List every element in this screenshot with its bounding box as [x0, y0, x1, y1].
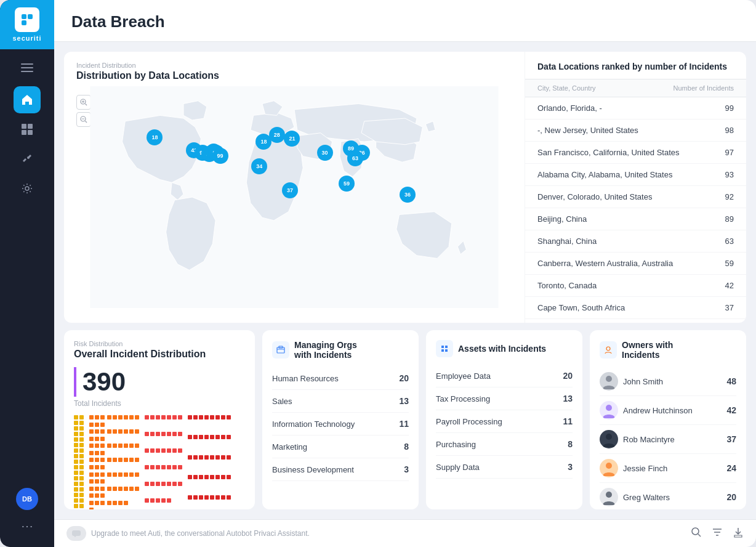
map-pin[interactable]: 28	[269, 127, 285, 143]
orgs-icon	[272, 341, 289, 359]
bottom-bar: Upgrade to meet Auti, the conversational…	[54, 519, 756, 547]
owner-avatar	[600, 372, 618, 391]
ranking-item: Toronto, Canada42	[525, 275, 746, 297]
map-pin[interactable]: 18	[147, 129, 163, 145]
risk-dot	[188, 455, 192, 460]
risk-dot	[74, 487, 78, 492]
map-pin[interactable]: 21	[284, 131, 300, 147]
map-pins: 18 42 97 92 93 98 99 18 28 21 34 30 89 2…	[76, 86, 512, 308]
export-icon[interactable]	[733, 527, 744, 541]
risk-dot	[89, 465, 94, 469]
risk-dot	[135, 458, 139, 462]
map-pin[interactable]: 99	[212, 148, 228, 164]
risk-dot	[161, 498, 166, 503]
risk-dot	[150, 498, 155, 503]
risk-dot	[129, 444, 134, 448]
risk-dot	[100, 451, 105, 455]
risk-dot	[161, 432, 166, 436]
svg-point-13	[25, 187, 29, 190]
risk-dot	[178, 415, 182, 419]
risk-dot	[95, 423, 99, 427]
page-header: Data Breach	[54, 0, 756, 42]
nav-item-tools[interactable]	[14, 145, 41, 172]
map-pin[interactable]: 63	[347, 150, 363, 166]
search-icon[interactable]	[691, 527, 702, 541]
svg-rect-27	[441, 349, 444, 352]
risk-dot	[107, 501, 111, 505]
map-pin[interactable]: 37	[282, 182, 298, 198]
org-item: Human Resources20	[272, 367, 409, 390]
assets-header: Assets with Incidents	[436, 340, 573, 357]
risk-dot	[74, 460, 78, 464]
user-avatar[interactable]: DB	[16, 488, 38, 510]
risk-dot	[74, 471, 78, 475]
risk-dot	[113, 487, 117, 491]
assets-list: Employee Data20Tax Processing13Payroll P…	[436, 365, 573, 479]
svg-rect-35	[72, 530, 81, 536]
rankings-col2: Number of Incidents	[674, 84, 734, 92]
risk-dot	[161, 482, 166, 486]
risk-dot	[89, 501, 94, 505]
owner-avatar	[600, 488, 618, 506]
risk-dot	[95, 479, 99, 484]
risk-dot	[74, 432, 78, 436]
risk-dot	[135, 415, 139, 419]
owners-section: Owners with Incidents John Smith 48 Andr…	[590, 330, 746, 509]
bottom-sections: Risk Distribution Overall Incident Distr…	[64, 330, 746, 509]
filter-icon[interactable]	[712, 527, 723, 541]
risk-dot	[74, 504, 78, 508]
risk-dot	[113, 501, 117, 505]
chat-text: Upgrade to meet Auti, the conversational…	[91, 529, 310, 538]
nav-item-grid[interactable]	[14, 116, 41, 143]
risk-dot	[89, 444, 94, 448]
risk-dot	[145, 482, 149, 486]
risk-dot	[135, 444, 139, 448]
risk-dot	[118, 487, 123, 491]
risk-dot	[100, 458, 105, 462]
map-pin[interactable]: 34	[251, 158, 267, 174]
risk-dot	[129, 429, 134, 434]
svg-rect-28	[445, 349, 448, 352]
map-pin[interactable]: 59	[339, 176, 355, 192]
risk-dot	[221, 455, 225, 460]
risk-dot	[79, 487, 84, 492]
ranking-item: Beijing, China89	[525, 208, 746, 230]
risk-dot	[145, 465, 149, 469]
risk-dot	[150, 415, 155, 419]
more-options[interactable]: ⋯	[16, 515, 38, 537]
ranking-item: Canberra, Western Australia, Australia59	[525, 253, 746, 275]
map-pin[interactable]: 30	[317, 145, 333, 161]
risk-dot	[100, 465, 105, 469]
nav-item-dashboard[interactable]	[14, 86, 41, 113]
risk-dot	[79, 476, 84, 480]
risk-dot	[156, 448, 160, 453]
risk-dot	[124, 472, 128, 477]
risk-dot	[167, 465, 171, 469]
risk-dot	[156, 498, 160, 503]
risk-dot	[95, 458, 99, 462]
risk-dot	[215, 495, 220, 500]
nav-item-settings[interactable]	[14, 175, 41, 202]
risk-dot	[199, 475, 203, 479]
risk-dot	[95, 465, 99, 469]
risk-dot	[79, 504, 84, 508]
risk-dot	[188, 475, 192, 479]
menu-toggle[interactable]	[0, 54, 54, 81]
risk-dot	[95, 415, 99, 419]
svg-rect-0	[22, 14, 26, 19]
logo-text: securiti	[12, 34, 41, 42]
map-left: Incident Distribution Distribution by Da…	[64, 52, 525, 323]
rankings-header: City, State, Country Number of Incidents	[525, 79, 746, 97]
risk-dot	[107, 444, 111, 448]
risk-section: Risk Distribution Overall Incident Distr…	[64, 330, 255, 509]
risk-dot	[204, 435, 209, 439]
svg-rect-2	[22, 20, 26, 25]
orgs-title: Managing Orgs with Incidents	[294, 340, 357, 360]
risk-dot	[100, 415, 105, 419]
risk-dot	[150, 432, 155, 436]
risk-dot	[107, 487, 111, 491]
risk-dot	[215, 435, 220, 439]
svg-point-36	[692, 528, 699, 535]
map-pin[interactable]: 36	[400, 187, 416, 203]
risk-dot	[221, 495, 225, 500]
